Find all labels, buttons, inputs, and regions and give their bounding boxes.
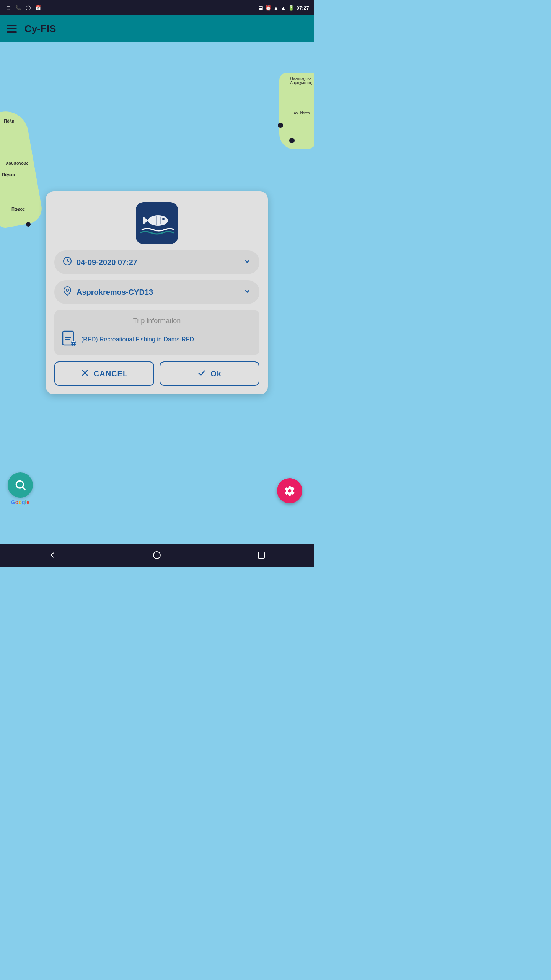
svg-rect-22 [258,552,264,558]
back-button[interactable] [41,544,64,567]
svg-point-1 [148,215,168,226]
trip-info-title: Trip information [133,317,181,325]
calendar-icon: 📅 [34,4,41,11]
clock-icon [63,256,72,268]
google-text: Google [11,499,29,505]
nav-bar [0,544,314,567]
datetime-value: 04-09-2020 07:27 [77,258,137,267]
location-pin-icon [63,286,72,298]
back-icon [48,551,57,559]
bluetooth-icon: ⬓ [258,5,263,11]
svg-point-3 [162,218,165,220]
google-logo-area: Google [8,472,33,505]
recents-button[interactable] [250,544,273,567]
cancel-label: CANCEL [94,369,128,378]
cancel-x-icon [81,369,89,379]
trip-info-box: Trip information [54,310,259,355]
app-title: Cy-FIS [24,23,56,35]
svg-marker-2 [143,217,148,224]
status-bar-left: ▢ 📞 ◯ 📅 [5,4,41,11]
square-icon: ▢ [5,4,11,11]
viber-icon: 📞 [15,4,21,11]
home-button[interactable] [145,544,168,567]
wifi-icon: ▲ [274,5,279,11]
signal-icon: ▲ [281,5,286,11]
app-logo [136,202,178,244]
app-bar: Cy-FIS [0,15,314,42]
svg-point-21 [153,552,160,559]
battery-icon: 🔋 [288,5,294,11]
location-content: Asprokremos-CYD13 [63,286,238,298]
settings-fab-button[interactable] [277,478,302,503]
trip-info-description: (RFD) Recreational Fishing in Dams-RFD [81,336,194,343]
dialog-overlay: 04-09-2020 07:27 As [0,42,314,544]
status-bar-right: ⬓ ⏰ ▲ ▲ 🔋 07:27 [258,5,309,11]
trip-info-row: (RFD) Recreational Fishing in Dams-RFD [62,330,252,348]
document-icon [62,330,76,348]
datetime-chevron-icon [243,258,251,267]
settings-gear-icon [284,485,295,497]
svg-point-8 [66,289,68,291]
location-chevron-icon [243,287,251,297]
map-background: Πόλη Χρυσοχούς Πέγεια Πάφος GazimağusaΑμ… [0,42,314,544]
ok-label: Ok [210,369,222,378]
alarm-icon: ⏰ [265,5,271,11]
home-icon [153,551,161,559]
recents-icon [257,551,266,559]
datetime-content: 04-09-2020 07:27 [63,256,238,268]
status-bar: ▢ 📞 ◯ 📅 ⬓ ⏰ ▲ ▲ 🔋 07:27 [0,0,314,15]
time-display: 07:27 [297,5,309,11]
trip-dialog: 04-09-2020 07:27 As [46,191,268,394]
fish-logo-svg [140,210,174,237]
ok-check-icon [197,369,206,379]
location-dropdown[interactable]: Asprokremos-CYD13 [54,280,259,304]
dialog-buttons: CANCEL Ok [54,361,259,386]
location-value: Asprokremos-CYD13 [77,288,153,297]
datetime-dropdown[interactable]: 04-09-2020 07:27 [54,250,259,274]
menu-button[interactable] [7,25,17,33]
svg-point-19 [16,481,23,488]
ok-button[interactable]: Ok [160,361,259,386]
cancel-button[interactable]: CANCEL [54,361,154,386]
search-icon [14,479,26,491]
circle-icon: ◯ [24,4,31,11]
google-search-button[interactable] [8,472,33,498]
svg-line-20 [23,487,25,490]
